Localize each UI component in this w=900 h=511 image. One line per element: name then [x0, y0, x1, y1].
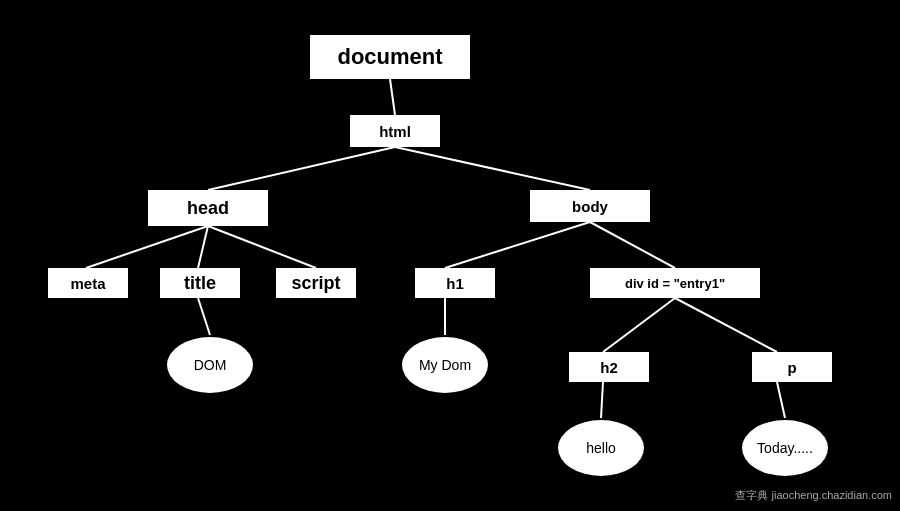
- node-h1: h1: [415, 268, 495, 298]
- svg-line-5: [208, 226, 316, 268]
- node-body: body: [530, 190, 650, 222]
- svg-line-0: [390, 79, 395, 115]
- svg-line-4: [198, 226, 208, 268]
- dom-tree-diagram: document html head body meta title scrip…: [0, 0, 900, 480]
- node-oval-today: Today.....: [740, 418, 830, 478]
- node-document: document: [310, 35, 470, 79]
- node-html: html: [350, 115, 440, 147]
- svg-line-1: [208, 147, 395, 190]
- svg-line-3: [86, 226, 208, 268]
- node-div: div id = "entry1": [590, 268, 760, 298]
- svg-line-7: [590, 222, 675, 268]
- svg-line-11: [675, 298, 777, 352]
- node-oval-dom: DOM: [165, 335, 255, 395]
- watermark: 查字典 jiaocheng.chazidian.com: [735, 488, 892, 503]
- node-script: script: [276, 268, 356, 298]
- svg-line-6: [445, 222, 590, 268]
- node-head: head: [148, 190, 268, 226]
- svg-line-8: [198, 298, 210, 335]
- node-meta: meta: [48, 268, 128, 298]
- svg-line-12: [601, 382, 603, 418]
- node-oval-mydom: My Dom: [400, 335, 490, 395]
- node-p: p: [752, 352, 832, 382]
- node-oval-hello: hello: [556, 418, 646, 478]
- node-title: title: [160, 268, 240, 298]
- node-h2: h2: [569, 352, 649, 382]
- svg-line-10: [603, 298, 675, 352]
- svg-line-2: [395, 147, 590, 190]
- svg-line-13: [777, 382, 785, 418]
